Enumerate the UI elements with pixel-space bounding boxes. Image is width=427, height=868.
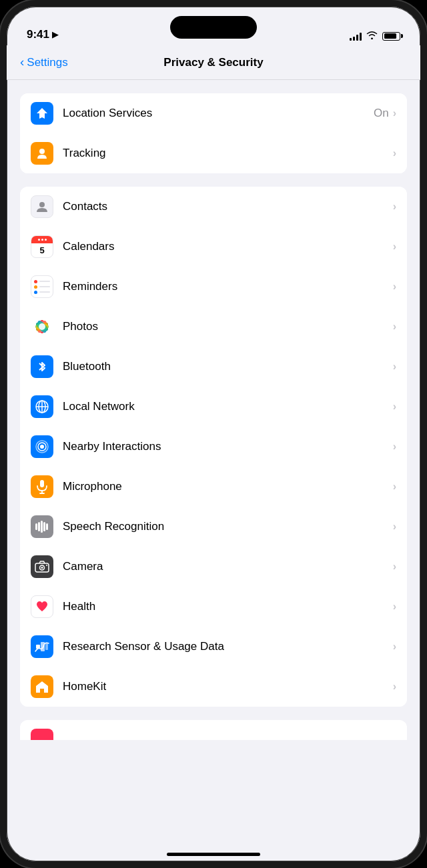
location-services-label: Location Services — [63, 107, 374, 120]
bluetooth-icon — [31, 355, 53, 378]
nearby-interactions-icon — [31, 435, 53, 458]
svg-point-21 — [40, 445, 44, 449]
dynamic-island — [170, 16, 257, 39]
row-health[interactable]: Health › — [20, 587, 407, 627]
camera-chevron: › — [393, 561, 396, 573]
health-label: Health — [63, 600, 393, 613]
research-sensor-label: Research Sensor & Usage Data — [63, 640, 393, 653]
svg-point-1 — [39, 202, 45, 207]
svg-rect-37 — [41, 642, 45, 651]
row-homekit[interactable]: HomeKit › — [20, 667, 407, 707]
health-chevron: › — [393, 601, 396, 613]
svg-rect-24 — [40, 480, 44, 487]
signal-bar-3 — [356, 35, 358, 41]
row-local-network[interactable]: Local Network › — [20, 387, 407, 427]
reminders-label: Reminders — [63, 280, 393, 293]
signal-bar-2 — [353, 37, 355, 41]
photos-chevron: › — [393, 321, 396, 333]
row-reminders[interactable]: Reminders › — [20, 267, 407, 307]
homekit-icon — [31, 675, 53, 698]
location-services-icon — [31, 102, 53, 125]
status-icons — [350, 31, 400, 41]
row-photos[interactable]: Photos › — [20, 307, 407, 347]
page-title: Privacy & Security — [163, 56, 263, 69]
homekit-chevron: › — [393, 681, 396, 693]
tracking-label: Tracking — [63, 147, 393, 160]
svg-rect-28 — [38, 522, 40, 531]
research-sensor-icon — [31, 635, 53, 658]
local-network-label: Local Network — [63, 400, 393, 413]
row-cutoff[interactable] — [20, 720, 407, 740]
row-nearby-interactions[interactable]: Nearby Interactions › — [20, 427, 407, 467]
settings-group-2: Contacts › 5 Calendars › — [20, 187, 407, 707]
speech-recognition-chevron: › — [393, 521, 396, 533]
speech-recognition-label: Speech Recognition — [63, 520, 393, 533]
back-button[interactable]: ‹ Settings — [20, 55, 68, 69]
location-services-chevron: › — [393, 107, 396, 119]
svg-rect-31 — [46, 523, 48, 530]
wifi-icon — [366, 31, 378, 41]
homekit-label: HomeKit — [63, 680, 393, 693]
settings-group-3-cutoff — [20, 720, 407, 740]
home-indicator — [167, 853, 260, 856]
phone-shell: 9:41 ▶ ‹ Setti — [0, 0, 427, 868]
calendars-chevron: › — [393, 241, 396, 253]
signal-bars-icon — [350, 31, 362, 41]
svg-rect-27 — [35, 523, 37, 530]
microphone-icon — [31, 475, 53, 498]
row-research-sensor[interactable]: Research Sensor & Usage Data › — [20, 627, 407, 667]
bluetooth-chevron: › — [393, 361, 396, 373]
row-microphone[interactable]: Microphone › — [20, 467, 407, 507]
reminders-icon — [31, 275, 53, 298]
bluetooth-label: Bluetooth — [63, 360, 393, 373]
contacts-chevron: › — [393, 201, 396, 213]
local-network-chevron: › — [393, 401, 396, 413]
reminders-chevron: › — [393, 281, 396, 293]
row-camera[interactable]: Camera › — [20, 547, 407, 587]
battery-icon — [382, 32, 400, 41]
camera-label: Camera — [63, 560, 393, 573]
svg-point-34 — [41, 567, 43, 569]
back-label: Settings — [27, 56, 67, 69]
calendars-label: Calendars — [63, 240, 393, 253]
svg-rect-38 — [45, 643, 48, 650]
calendars-icon: 5 — [31, 235, 53, 258]
content-area: Location Services On › Tracking › — [7, 80, 420, 861]
health-icon — [31, 595, 53, 618]
svg-rect-30 — [43, 522, 45, 531]
time-display: 9:41 — [27, 28, 49, 41]
photos-label: Photos — [63, 320, 393, 333]
svg-point-35 — [46, 565, 47, 566]
row-speech-recognition[interactable]: Speech Recognition › — [20, 507, 407, 547]
back-chevron-icon: ‹ — [20, 55, 24, 69]
microphone-label: Microphone — [63, 480, 393, 493]
speech-recognition-icon — [31, 515, 53, 538]
battery-fill — [384, 33, 397, 39]
row-tracking[interactable]: Tracking › — [20, 133, 407, 173]
signal-bar-1 — [350, 38, 352, 41]
signal-bar-4 — [360, 33, 362, 41]
status-time: 9:41 ▶ — [27, 28, 58, 41]
nearby-interactions-chevron: › — [393, 441, 396, 453]
row-bluetooth[interactable]: Bluetooth › — [20, 347, 407, 387]
contacts-icon — [31, 195, 53, 218]
cutoff-icon — [31, 729, 53, 740]
research-sensor-chevron: › — [393, 641, 396, 653]
photos-icon — [31, 315, 53, 338]
microphone-chevron: › — [393, 481, 396, 493]
tracking-chevron: › — [393, 147, 396, 159]
row-location-services[interactable]: Location Services On › — [20, 93, 407, 133]
contacts-label: Contacts — [63, 200, 393, 213]
nearby-interactions-label: Nearby Interactions — [63, 440, 393, 453]
svg-rect-29 — [41, 521, 43, 533]
row-calendars[interactable]: 5 Calendars › — [20, 227, 407, 267]
settings-group-1: Location Services On › Tracking › — [20, 93, 407, 173]
local-network-icon — [31, 395, 53, 418]
tracking-icon — [31, 142, 53, 165]
row-contacts[interactable]: Contacts › — [20, 187, 407, 227]
location-services-value: On — [374, 107, 389, 120]
location-arrow-icon: ▶ — [52, 30, 58, 39]
camera-icon — [31, 555, 53, 578]
svg-point-0 — [39, 149, 45, 154]
svg-point-16 — [39, 323, 45, 330]
